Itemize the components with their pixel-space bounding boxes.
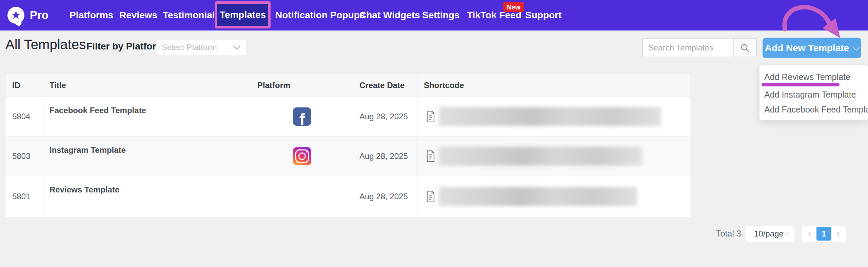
nav-item-support[interactable]: Support — [525, 0, 561, 30]
chevron-down-icon — [783, 230, 789, 235]
search-icon — [740, 43, 750, 53]
copy-shortcode-icon[interactable] — [426, 111, 435, 122]
cell-shortcode — [418, 97, 690, 136]
cell-title: Reviews Template — [43, 176, 251, 217]
cell-id: 5803 — [6, 137, 43, 176]
cell-create-date: Aug 28, 2025 — [353, 137, 418, 176]
copy-shortcode-icon[interactable] — [426, 191, 435, 202]
search-templates-box — [642, 38, 757, 57]
table-row: 5803 Instagram Template Aug 28, 2025 — [6, 137, 690, 176]
nav-item-testimonials[interactable]: Testimonials — [163, 0, 220, 30]
add-template-dropdown: Add Reviews Template Add Instagram Templ… — [760, 65, 868, 120]
cell-id: 5801 — [6, 176, 43, 217]
filter-by-platform-label: Filter by Platform — [86, 41, 164, 52]
nav-item-notification-popups[interactable]: Notification Popups — [275, 0, 365, 30]
column-header-title: Title — [43, 74, 251, 97]
cell-platform — [251, 176, 353, 217]
instagram-icon — [293, 147, 311, 165]
page-size-select[interactable]: 10/page — [745, 226, 794, 242]
copy-shortcode-icon[interactable] — [426, 150, 435, 162]
cell-create-date: Aug 28, 2025 — [353, 176, 418, 217]
table-row: 5804 Facebook Feed Template f Aug 28, 20… — [6, 97, 690, 137]
column-header-id: ID — [6, 74, 43, 97]
add-new-template-button[interactable]: Add New Template — [763, 38, 861, 58]
column-header-shortcode: Shortcode — [418, 74, 690, 97]
templates-table: ID Title Platform Create Date Shortcode … — [6, 74, 690, 217]
cell-create-date: Aug 28, 2025 — [353, 97, 418, 136]
page-size-value: 10/page — [754, 229, 784, 239]
new-badge: New — [503, 2, 524, 12]
speech-bubble-star-icon: ★ — [7, 7, 24, 24]
cell-title: Instagram Template — [43, 137, 251, 176]
redacted-shortcode — [439, 187, 637, 206]
prev-page-button[interactable]: ‹ — [806, 227, 814, 239]
current-page-button[interactable]: 1 — [816, 227, 831, 241]
brand-logo[interactable]: ★ Pro — [7, 0, 48, 30]
search-input[interactable] — [643, 39, 733, 57]
cell-shortcode — [418, 176, 690, 217]
top-navbar: ★ Pro Platforms Reviews Testimonials Tem… — [0, 0, 868, 30]
chevron-down-icon — [233, 43, 240, 50]
redacted-shortcode — [439, 147, 642, 166]
cell-platform — [251, 137, 353, 176]
cell-platform: f — [251, 97, 353, 136]
page-title: All Templates — [5, 37, 86, 52]
chevron-down-icon — [853, 44, 860, 51]
table-header-row: ID Title Platform Create Date Shortcode — [6, 74, 690, 97]
nav-item-settings[interactable]: Settings — [422, 0, 459, 30]
cell-shortcode — [418, 137, 690, 176]
total-count-label: Total 3 — [716, 226, 741, 242]
facebook-icon: f — [293, 107, 311, 126]
platform-select-placeholder: Select Platform — [162, 43, 217, 52]
brand-pro-label: Pro — [30, 9, 48, 22]
nav-item-templates-active[interactable]: Templates — [215, 1, 271, 28]
column-header-create-date: Create Date — [353, 74, 418, 97]
nav-item-reviews[interactable]: Reviews — [119, 0, 157, 30]
redacted-shortcode — [439, 107, 661, 126]
menu-item-add-instagram-template[interactable]: Add Instagram Template — [760, 87, 868, 102]
cell-title: Facebook Feed Template — [43, 97, 251, 136]
menu-item-add-reviews-template[interactable]: Add Reviews Template — [760, 69, 868, 84]
pagination-control: ‹ 1 › — [802, 226, 846, 242]
menu-item-add-facebook-feed-template[interactable]: Add Facebook Feed Template — [760, 102, 868, 117]
nav-item-platforms[interactable]: Platforms — [70, 0, 113, 30]
nav-item-chat-widgets[interactable]: Chat Widgets — [359, 0, 420, 30]
cell-id: 5804 — [6, 97, 43, 136]
column-header-platform: Platform — [251, 74, 353, 97]
table-row: 5801 Reviews Template Aug 28, 2025 — [6, 176, 690, 217]
app-window: ★ Pro Platforms Reviews Testimonials Tem… — [0, 0, 868, 267]
platform-select[interactable]: Select Platform — [156, 39, 246, 55]
next-page-button[interactable]: › — [834, 227, 842, 239]
search-button[interactable] — [733, 39, 756, 57]
